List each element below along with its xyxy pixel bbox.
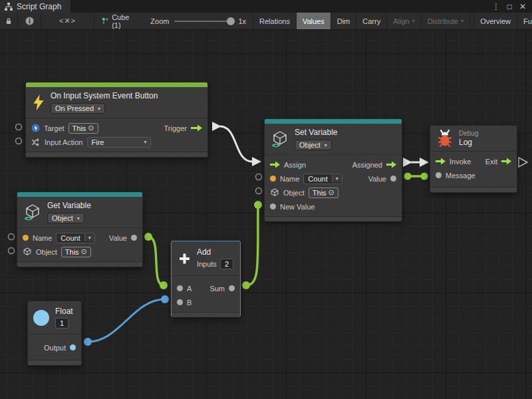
target-object-chip[interactable]: This ⊙ — [68, 123, 98, 134]
chevron-down-icon: ▾ — [84, 234, 94, 241]
assign-row: Assign Assigned — [265, 158, 402, 172]
node-add[interactable]: Add Inputs 2 A Sum B — [171, 241, 241, 317]
toolbar-button-distribute[interactable]: Distribute ▾ — [422, 13, 470, 29]
toolbar-button-relations[interactable]: Relations — [253, 13, 297, 29]
invoke-row: Invoke Exit — [430, 154, 517, 168]
wire-float-b[interactable] — [88, 299, 165, 342]
toolbar-button-dim[interactable]: Dim — [331, 13, 357, 29]
variable-kind-value: Object — [299, 141, 321, 149]
tab-script-graph[interactable]: Script Graph — [0, 0, 70, 13]
node-debug-log[interactable]: Debug Log Invoke Exit — [430, 125, 517, 193]
target-picker-icon: ⊙ — [81, 247, 87, 256]
align-label: Align — [393, 17, 409, 25]
wire-endpoint[interactable] — [84, 338, 92, 346]
assigned-output-port[interactable] — [386, 161, 396, 168]
insert-node-button[interactable]: <✕> — [41, 13, 94, 29]
variable-accent-bar — [265, 119, 402, 124]
svg-text:<>: <> — [272, 142, 280, 148]
target-value: This — [72, 124, 86, 132]
menu-more-icon[interactable]: ⋮ — [491, 1, 501, 12]
toolbar-button-carry[interactable]: Carry — [356, 13, 387, 29]
maximize-icon[interactable]: □ — [504, 1, 515, 12]
input-action-dropdown[interactable]: Fire ▾ — [87, 137, 151, 148]
zoom-slider[interactable] — [174, 21, 233, 22]
wire-endpoint[interactable] — [404, 173, 412, 180]
wire-sum-newvalue[interactable] — [246, 205, 258, 285]
toolbar-button-align[interactable]: Align ▾ — [387, 13, 421, 29]
node-title: Log — [459, 138, 472, 147]
node-float[interactable]: Float 1 Output — [27, 301, 82, 366]
toolbar-button-values[interactable]: Values — [297, 13, 331, 29]
relations-label: Relations — [259, 17, 290, 25]
wire-endpoint[interactable] — [160, 281, 168, 289]
wire-trigger-assign[interactable] — [220, 126, 252, 162]
info-button[interactable] — [18, 13, 41, 29]
tab-bar: Script Graph ⋮ □ ✕ — [0, 0, 532, 13]
unconnected-port[interactable] — [16, 138, 22, 144]
node-get-variable[interactable]: <> Get Variable Object ▾ Name Count ▾ — [17, 192, 143, 267]
script-graph-window: Script Graph ⋮ □ ✕ — [0, 0, 532, 399]
plus-icon — [178, 250, 191, 267]
value-output-port[interactable] — [390, 176, 396, 182]
toolbar-button-fullscreen[interactable]: Full Screen — [517, 13, 532, 29]
object-chip[interactable]: This ⊙ — [61, 247, 91, 257]
wire-endpoint[interactable] — [144, 233, 152, 241]
wire-start-arrow[interactable] — [212, 122, 221, 131]
node-set-variable[interactable]: <> Set Variable Object ▾ Assign — [264, 118, 402, 221]
lock-button[interactable] — [0, 13, 18, 29]
unconnected-port[interactable] — [9, 248, 15, 254]
wire-endpoint[interactable] — [161, 295, 169, 303]
message-input-port[interactable] — [436, 172, 442, 178]
close-icon[interactable]: ✕ — [517, 1, 528, 12]
chevron-down-icon: ▾ — [77, 215, 80, 221]
node-footer — [17, 261, 142, 267]
float-output-port[interactable] — [70, 344, 76, 350]
node-title: Get Variable — [47, 201, 91, 210]
wire-endpoint[interactable] — [421, 173, 428, 180]
float-value-field[interactable]: 1 — [55, 318, 68, 329]
node-category: Debug — [459, 130, 478, 137]
new-value-input-port[interactable] — [270, 203, 276, 209]
graph-canvas[interactable]: On Input System Event Button On Pressed … — [0, 30, 532, 399]
wire-endpoint[interactable] — [254, 201, 262, 209]
cube-icon — [23, 247, 32, 257]
variable-name-dropdown[interactable]: Count ▾ — [56, 233, 94, 243]
variable-kind-dropdown[interactable]: Object ▾ — [295, 140, 332, 150]
wire-end-arrow[interactable] — [420, 158, 429, 167]
wire-end-arrow[interactable] — [252, 157, 261, 166]
node-on-input-system-event-button[interactable]: On Input System Event Button On Pressed … — [25, 82, 208, 158]
trigger-output-port[interactable] — [191, 124, 202, 132]
unconnected-port[interactable] — [256, 174, 262, 180]
variable-name-value: Count — [57, 233, 84, 243]
unconnected-port[interactable] — [256, 188, 262, 194]
wire-start-arrow[interactable] — [403, 158, 412, 167]
dim-label: Dim — [337, 17, 350, 25]
invoke-input-port[interactable] — [436, 158, 446, 165]
wire-getvalue-a[interactable] — [148, 237, 164, 285]
wire-endpoint[interactable] — [242, 281, 250, 289]
name-input-port[interactable] — [270, 176, 276, 182]
inputs-count-field[interactable]: 2 — [220, 259, 233, 269]
graph-reference[interactable]: Cube (1) — [94, 13, 138, 29]
a-input-port[interactable] — [177, 285, 183, 291]
name-input-port[interactable] — [23, 235, 29, 241]
unconnected-port[interactable] — [16, 124, 22, 130]
sum-output-port[interactable] — [229, 285, 235, 291]
assign-input-port[interactable] — [270, 161, 280, 168]
unconnected-exit-port[interactable] — [519, 158, 527, 167]
exit-output-port[interactable] — [501, 158, 511, 165]
distribute-label: Distribute — [428, 17, 458, 25]
event-mode-dropdown[interactable]: On Pressed ▾ — [51, 103, 105, 114]
zoom-slider-handle[interactable] — [227, 17, 235, 25]
variable-cube-icon: <> — [24, 203, 41, 221]
chevron-down-icon: ▾ — [140, 138, 150, 146]
toolbar-button-overview[interactable]: Overview — [473, 13, 517, 29]
message-label: Message — [446, 172, 475, 180]
variable-name-dropdown[interactable]: Count ▾ — [303, 174, 342, 184]
object-chip[interactable]: This ⊙ — [309, 188, 338, 198]
unconnected-port[interactable] — [9, 234, 15, 240]
variable-kind-dropdown[interactable]: Object ▾ — [47, 213, 84, 223]
b-input-port[interactable] — [177, 299, 183, 305]
variable-accent-bar — [17, 192, 142, 197]
value-output-port[interactable] — [131, 235, 137, 241]
